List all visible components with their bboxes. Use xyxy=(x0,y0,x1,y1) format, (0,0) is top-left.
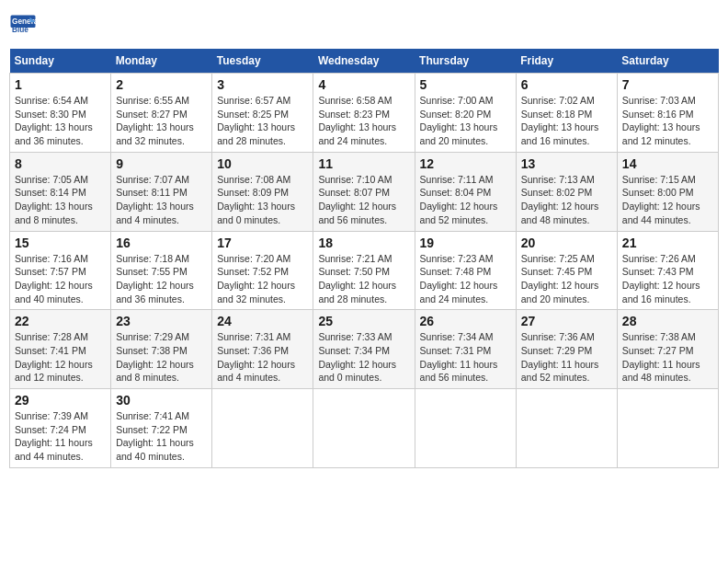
day-info: Sunrise: 7:21 AMSunset: 7:50 PMDaylight:… xyxy=(318,252,409,306)
calendar-cell: 22 Sunrise: 7:28 AMSunset: 7:41 PMDaylig… xyxy=(10,310,111,389)
day-info: Sunrise: 7:07 AMSunset: 8:11 PMDaylight:… xyxy=(116,173,207,227)
day-info: Sunrise: 7:38 AMSunset: 7:27 PMDaylight:… xyxy=(622,330,713,385)
day-info: Sunrise: 7:36 AMSunset: 7:29 PMDaylight:… xyxy=(521,330,612,385)
day-info: Sunrise: 7:41 AMSunset: 7:22 PMDaylight:… xyxy=(116,409,207,464)
day-number: 16 xyxy=(116,236,207,250)
day-number: 8 xyxy=(15,156,106,171)
day-number: 20 xyxy=(521,236,612,250)
calendar-cell: 4 Sunrise: 6:58 AMSunset: 8:23 PMDayligh… xyxy=(313,74,415,153)
calendar-cell xyxy=(313,389,415,468)
calendar-cell: 5 Sunrise: 7:00 AMSunset: 8:20 PMDayligh… xyxy=(415,74,516,153)
calendar-cell: 24 Sunrise: 7:31 AMSunset: 7:36 PMDaylig… xyxy=(212,310,313,389)
day-info: Sunrise: 7:16 AMSunset: 7:57 PMDaylight:… xyxy=(15,252,106,306)
day-number: 5 xyxy=(420,77,511,92)
weekday-header: Friday xyxy=(516,49,617,74)
day-number: 7 xyxy=(622,77,713,92)
day-number: 17 xyxy=(217,236,308,250)
weekday-header: Wednesday xyxy=(313,49,415,74)
calendar-cell: 15 Sunrise: 7:16 AMSunset: 7:57 PMDaylig… xyxy=(10,231,111,310)
day-info: Sunrise: 7:13 AMSunset: 8:02 PMDaylight:… xyxy=(521,173,612,227)
day-info: Sunrise: 7:39 AMSunset: 7:24 PMDaylight:… xyxy=(15,409,106,464)
weekday-header: Thursday xyxy=(415,49,516,74)
calendar-cell: 14 Sunrise: 7:15 AMSunset: 8:00 PMDaylig… xyxy=(617,152,718,231)
calendar-cell: 10 Sunrise: 7:08 AMSunset: 8:09 PMDaylig… xyxy=(212,152,313,231)
calendar-cell: 17 Sunrise: 7:20 AMSunset: 7:52 PMDaylig… xyxy=(212,231,313,310)
day-info: Sunrise: 7:18 AMSunset: 7:55 PMDaylight:… xyxy=(116,252,207,306)
day-info: Sunrise: 7:10 AMSunset: 8:07 PMDaylight:… xyxy=(318,173,409,227)
calendar-cell xyxy=(415,389,516,468)
day-number: 22 xyxy=(15,314,106,328)
calendar-cell: 21 Sunrise: 7:26 AMSunset: 7:43 PMDaylig… xyxy=(617,231,718,310)
day-number: 6 xyxy=(521,77,612,92)
day-info: Sunrise: 7:29 AMSunset: 7:38 PMDaylight:… xyxy=(116,330,207,385)
logo-icon: General Blue xyxy=(9,14,37,41)
day-number: 23 xyxy=(116,314,207,328)
day-info: Sunrise: 7:34 AMSunset: 7:31 PMDaylight:… xyxy=(420,330,511,385)
day-number: 3 xyxy=(217,77,308,92)
day-info: Sunrise: 6:54 AMSunset: 8:30 PMDaylight:… xyxy=(15,94,106,148)
calendar-week-row: 1 Sunrise: 6:54 AMSunset: 8:30 PMDayligh… xyxy=(10,74,719,153)
day-number: 26 xyxy=(420,314,511,328)
calendar-cell xyxy=(212,389,313,468)
weekday-header: Sunday xyxy=(10,49,111,74)
day-info: Sunrise: 7:15 AMSunset: 8:00 PMDaylight:… xyxy=(622,173,713,227)
calendar-cell: 19 Sunrise: 7:23 AMSunset: 7:48 PMDaylig… xyxy=(415,231,516,310)
calendar-cell: 20 Sunrise: 7:25 AMSunset: 7:45 PMDaylig… xyxy=(516,231,617,310)
day-number: 2 xyxy=(116,77,207,92)
day-number: 25 xyxy=(318,314,409,328)
calendar-cell: 11 Sunrise: 7:10 AMSunset: 8:07 PMDaylig… xyxy=(313,152,415,231)
calendar-cell xyxy=(617,389,718,468)
calendar-week-row: 29 Sunrise: 7:39 AMSunset: 7:24 PMDaylig… xyxy=(10,389,719,468)
day-number: 1 xyxy=(15,77,106,92)
day-number: 19 xyxy=(420,236,511,250)
day-info: Sunrise: 7:31 AMSunset: 7:36 PMDaylight:… xyxy=(217,330,308,385)
weekday-header: Tuesday xyxy=(212,49,313,74)
day-number: 21 xyxy=(622,236,713,250)
day-info: Sunrise: 6:55 AMSunset: 8:27 PMDaylight:… xyxy=(116,94,207,148)
day-info: Sunrise: 7:26 AMSunset: 7:43 PMDaylight:… xyxy=(622,252,713,306)
weekday-header: Monday xyxy=(111,49,212,74)
calendar-cell: 2 Sunrise: 6:55 AMSunset: 8:27 PMDayligh… xyxy=(111,74,212,153)
day-number: 10 xyxy=(217,156,308,171)
day-number: 4 xyxy=(318,77,409,92)
day-number: 27 xyxy=(521,314,612,328)
calendar-cell: 3 Sunrise: 6:57 AMSunset: 8:25 PMDayligh… xyxy=(212,74,313,153)
calendar-cell: 6 Sunrise: 7:02 AMSunset: 8:18 PMDayligh… xyxy=(516,74,617,153)
svg-text:Blue: Blue xyxy=(12,26,28,34)
day-info: Sunrise: 7:05 AMSunset: 8:14 PMDaylight:… xyxy=(15,173,106,227)
calendar-cell: 16 Sunrise: 7:18 AMSunset: 7:55 PMDaylig… xyxy=(111,231,212,310)
day-number: 14 xyxy=(622,156,713,171)
calendar-cell xyxy=(516,389,617,468)
calendar-body: 1 Sunrise: 6:54 AMSunset: 8:30 PMDayligh… xyxy=(10,74,719,468)
weekday-header: Saturday xyxy=(617,49,718,74)
calendar-week-row: 8 Sunrise: 7:05 AMSunset: 8:14 PMDayligh… xyxy=(10,152,719,231)
calendar-cell: 30 Sunrise: 7:41 AMSunset: 7:22 PMDaylig… xyxy=(111,389,212,468)
logo: General Blue xyxy=(9,14,40,41)
day-info: Sunrise: 6:58 AMSunset: 8:23 PMDaylight:… xyxy=(318,94,409,148)
calendar-cell: 8 Sunrise: 7:05 AMSunset: 8:14 PMDayligh… xyxy=(10,152,111,231)
day-info: Sunrise: 7:33 AMSunset: 7:34 PMDaylight:… xyxy=(318,330,409,385)
day-info: Sunrise: 7:23 AMSunset: 7:48 PMDaylight:… xyxy=(420,252,511,306)
day-info: Sunrise: 7:20 AMSunset: 7:52 PMDaylight:… xyxy=(217,252,308,306)
calendar-cell: 18 Sunrise: 7:21 AMSunset: 7:50 PMDaylig… xyxy=(313,231,415,310)
day-number: 12 xyxy=(420,156,511,171)
calendar-table: SundayMondayTuesdayWednesdayThursdayFrid… xyxy=(9,49,719,468)
calendar-cell: 29 Sunrise: 7:39 AMSunset: 7:24 PMDaylig… xyxy=(10,389,111,468)
day-info: Sunrise: 7:03 AMSunset: 8:16 PMDaylight:… xyxy=(622,94,713,148)
day-number: 24 xyxy=(217,314,308,328)
day-number: 29 xyxy=(15,393,106,408)
calendar-cell: 28 Sunrise: 7:38 AMSunset: 7:27 PMDaylig… xyxy=(617,310,718,389)
day-info: Sunrise: 7:28 AMSunset: 7:41 PMDaylight:… xyxy=(15,330,106,385)
calendar-header-row: SundayMondayTuesdayWednesdayThursdayFrid… xyxy=(10,49,719,74)
calendar-cell: 26 Sunrise: 7:34 AMSunset: 7:31 PMDaylig… xyxy=(415,310,516,389)
day-number: 18 xyxy=(318,236,409,250)
calendar-cell: 23 Sunrise: 7:29 AMSunset: 7:38 PMDaylig… xyxy=(111,310,212,389)
calendar-cell: 12 Sunrise: 7:11 AMSunset: 8:04 PMDaylig… xyxy=(415,152,516,231)
day-number: 13 xyxy=(521,156,612,171)
calendar-week-row: 15 Sunrise: 7:16 AMSunset: 7:57 PMDaylig… xyxy=(10,231,719,310)
day-info: Sunrise: 7:00 AMSunset: 8:20 PMDaylight:… xyxy=(420,94,511,148)
calendar-cell: 9 Sunrise: 7:07 AMSunset: 8:11 PMDayligh… xyxy=(111,152,212,231)
day-info: Sunrise: 7:25 AMSunset: 7:45 PMDaylight:… xyxy=(521,252,612,306)
day-number: 9 xyxy=(116,156,207,171)
day-number: 11 xyxy=(318,156,409,171)
